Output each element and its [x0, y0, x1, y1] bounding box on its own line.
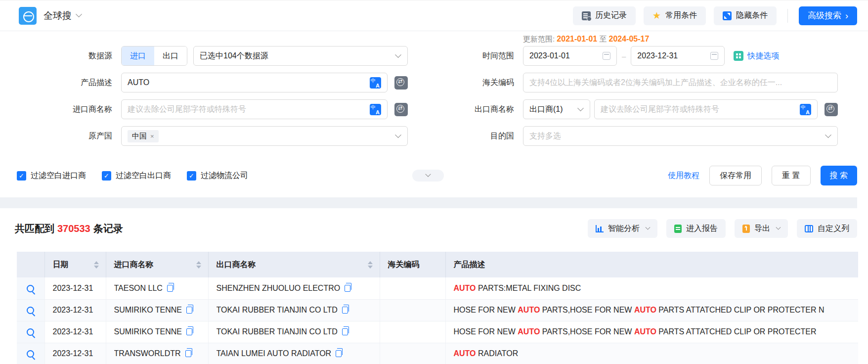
- copy-icon[interactable]: [345, 285, 350, 292]
- sort-icon[interactable]: [94, 261, 99, 269]
- chevron-down-icon[interactable]: [76, 11, 82, 17]
- translate-icon[interactable]: [370, 77, 381, 89]
- chevron-down-icon: [425, 172, 431, 177]
- data-source-select[interactable]: 已选中104个数据源: [193, 46, 408, 66]
- company-name: TOKAI RUBBER TIANJIN CO LTD: [217, 306, 338, 315]
- chart-icon: [596, 225, 604, 232]
- exporter-label: 出口商名称: [435, 104, 523, 115]
- favorites-button[interactable]: ★ 常用条件: [644, 6, 706, 25]
- tag-close-icon[interactable]: ×: [150, 133, 154, 140]
- export-button[interactable]: 导出: [735, 219, 788, 238]
- copy-icon[interactable]: [185, 350, 191, 357]
- dest-country-placeholder: 支持多选: [529, 131, 561, 141]
- copy-icon[interactable]: [336, 350, 342, 357]
- enter-report-button[interactable]: 进入报告: [666, 219, 726, 238]
- export-icon: [742, 225, 750, 233]
- importer-cell: TRANSWORLDTR: [106, 343, 208, 364]
- hide-conditions-label: 隐藏条件: [736, 10, 768, 21]
- exporter-cell-content: SHENZHEN ZHUOLUO ELECTRO: [217, 284, 375, 293]
- reset-button[interactable]: 重 置: [772, 166, 810, 185]
- time-range-label: 时间范围: [435, 51, 523, 61]
- translate-icon[interactable]: [370, 104, 381, 115]
- copy-icon[interactable]: [342, 307, 348, 314]
- magnifier-icon[interactable]: [27, 307, 34, 314]
- company-name: TOKAI RUBBER TIANJIN CO LTD: [217, 327, 338, 336]
- collapse-icon: [723, 11, 732, 20]
- filter-blank-importer-checkbox[interactable]: ✓ 过滤空白进口商: [17, 171, 86, 181]
- row-detail-cell: [17, 321, 44, 343]
- collapse-form-button[interactable]: [412, 170, 444, 182]
- magnifier-icon[interactable]: [27, 328, 34, 336]
- fuzzy-match-icon[interactable]: [394, 76, 408, 90]
- copy-icon[interactable]: [186, 307, 192, 314]
- magnifier-icon[interactable]: [27, 350, 34, 358]
- importer-cell: SUMIRIKO TENNE: [106, 321, 208, 343]
- row-detail-cell: [17, 299, 44, 321]
- desc-text: PARTS ATTATCHED CLIP OR PROTECTER: [656, 327, 817, 336]
- exporter-type-select[interactable]: 出口商(1): [523, 99, 590, 119]
- date-start-field: [523, 46, 617, 66]
- dest-country-select[interactable]: 支持多选: [523, 126, 838, 146]
- header-date: 日期: [44, 252, 106, 277]
- date-cell: 2023-12-31: [44, 277, 106, 299]
- sort-icon[interactable]: [368, 261, 373, 269]
- copy-icon[interactable]: [167, 285, 173, 292]
- match-count-number: 370533: [57, 223, 90, 234]
- export-label: 导出: [754, 224, 770, 234]
- keyword-highlight: AUTO: [518, 327, 540, 336]
- custom-columns-button[interactable]: 自定义列: [797, 219, 857, 238]
- update-range: 更新范围: 2021-01-01 至 2024-05-17: [523, 35, 649, 44]
- history-label: 历史记录: [595, 10, 627, 21]
- checkbox-checked-icon: ✓: [17, 171, 26, 181]
- filter-label: 过滤空白进口商: [31, 171, 86, 181]
- app-title: 全球搜: [43, 9, 72, 22]
- data-source-toggle: 进口 出口: [121, 46, 187, 66]
- enter-report-label: 进入报告: [686, 224, 718, 234]
- importer-cell: SUMIRIKO TENNE: [106, 299, 208, 321]
- save-conditions-button[interactable]: 保存常用: [709, 166, 762, 185]
- hide-conditions-button[interactable]: 隐藏条件: [714, 6, 777, 25]
- exporter-input[interactable]: [601, 105, 796, 114]
- product-desc-cell: HOSE FOR NEW AUTO PARTS,HOSE FOR NEW AUT…: [445, 321, 858, 343]
- toggle-import[interactable]: 进口: [122, 46, 154, 65]
- advanced-search-label: 高级搜索: [808, 10, 841, 21]
- hs-code-input[interactable]: [529, 78, 831, 87]
- fuzzy-match-icon[interactable]: [394, 103, 408, 116]
- search-button[interactable]: 搜 索: [821, 166, 857, 185]
- desc-text: HOSE FOR NEW: [454, 327, 518, 336]
- history-button[interactable]: 历史记录: [573, 6, 636, 25]
- sort-icon[interactable]: [196, 261, 201, 269]
- date-end-field: [631, 46, 725, 66]
- advanced-search-button[interactable]: 高级搜索 ›: [799, 6, 857, 25]
- smart-analysis-button[interactable]: 智能分析: [588, 219, 657, 238]
- calendar-icon[interactable]: [603, 52, 610, 60]
- match-count: 共匹配到370533条记录: [15, 222, 123, 235]
- importer-cell-content: SUMIRIKO TENNE: [114, 306, 203, 315]
- importer-input[interactable]: [128, 105, 366, 114]
- date-end-input[interactable]: [637, 51, 718, 60]
- product-desc-input[interactable]: [128, 78, 366, 87]
- filter-logistics-checkbox[interactable]: ✓ 过滤物流公司: [187, 171, 248, 181]
- date-start-input[interactable]: [529, 51, 610, 60]
- quick-options-label: 快捷选项: [747, 51, 779, 61]
- filter-blank-exporter-checkbox[interactable]: ✓ 过滤空白出口商: [102, 171, 171, 181]
- toggle-export[interactable]: 出口: [154, 46, 187, 65]
- star-icon: ★: [652, 11, 661, 20]
- exporter-cell-content: TOKAI RUBBER TIANJIN CO LTD: [217, 327, 375, 336]
- fuzzy-match-icon[interactable]: [825, 103, 838, 116]
- copy-icon[interactable]: [342, 328, 348, 335]
- importer-cell: TAESON LLC: [106, 277, 208, 299]
- magnifier-icon[interactable]: [27, 285, 34, 292]
- hs-code-cell: [380, 299, 445, 321]
- keyword-highlight: AUTO: [634, 306, 656, 314]
- filter-label: 过滤空白出口商: [116, 171, 171, 181]
- copy-icon[interactable]: [186, 328, 192, 335]
- desc-text: RADIATOR: [476, 349, 519, 358]
- columns-icon: [805, 225, 813, 232]
- quick-options-link[interactable]: 快捷选项: [734, 51, 779, 61]
- tutorial-link[interactable]: 使用教程: [668, 171, 699, 181]
- exporter-cell: TAIAN LUMEI AUTO RADIATOR: [208, 343, 380, 364]
- calendar-icon[interactable]: [710, 52, 718, 60]
- origin-country-select[interactable]: 中国 ×: [121, 126, 408, 146]
- translate-icon[interactable]: [800, 104, 811, 115]
